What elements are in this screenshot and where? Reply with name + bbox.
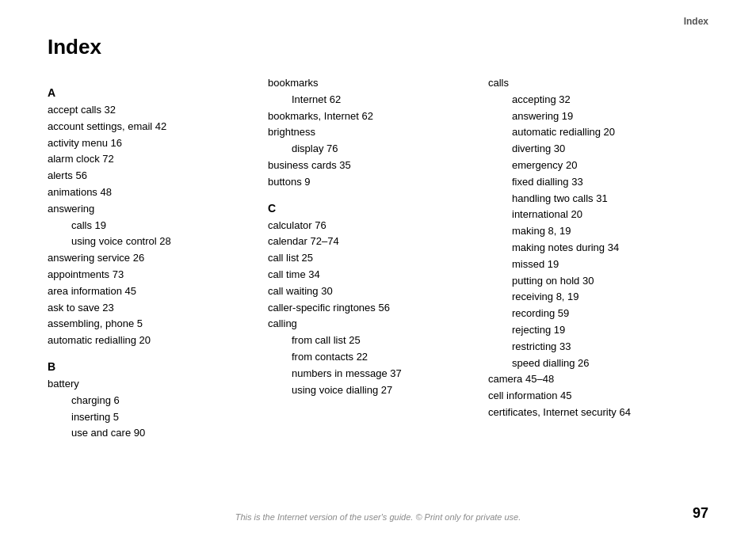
index-entry: business cards 35 <box>268 158 472 174</box>
index-entry: making 8, 19 <box>488 223 693 240</box>
index-entry: making notes during 34 <box>488 240 693 257</box>
index-entry: alerts 56 <box>48 168 252 184</box>
index-entry: receiving 8, 19 <box>488 289 693 306</box>
index-entry: appointments 73 <box>48 267 252 283</box>
index-entry: calls <box>488 75 693 92</box>
index-entry: use and care 90 <box>48 425 252 442</box>
index-entry: recording 59 <box>488 306 693 322</box>
index-entry: automatic redialling 20 <box>48 333 252 349</box>
index-entry: ask to save 23 <box>48 300 252 317</box>
index-entry: rejecting 19 <box>488 322 693 339</box>
index-entry: animations 48 <box>48 184 252 201</box>
index-entry: numbers in message 37 <box>268 366 472 382</box>
index-entry: call waiting 30 <box>268 283 472 300</box>
footer-text: This is the Internet version of the user… <box>0 512 756 522</box>
index-entry: brightness <box>268 124 472 141</box>
index-entry: handling two calls 31 <box>488 191 693 207</box>
index-entry: automatic redialling 20 <box>488 124 693 141</box>
index-entry: calculator 76 <box>268 218 472 234</box>
index-entry: answering service 26 <box>48 250 252 267</box>
index-entry: putting on hold 30 <box>488 273 693 290</box>
index-entry: missed 19 <box>488 257 693 273</box>
section-letter-C: C <box>268 202 472 215</box>
index-entry: using voice dialling 27 <box>268 382 472 399</box>
column-2: callsaccepting 32answering 19automatic r… <box>488 75 708 421</box>
index-entry: diverting 30 <box>488 141 693 158</box>
index-entry: caller-specific ringtones 56 <box>268 300 472 317</box>
column-0: Aaccept calls 32account settings, email … <box>48 75 268 442</box>
index-entry: call time 34 <box>268 267 472 283</box>
index-entry: answering <box>48 201 252 218</box>
index-entry: Internet 62 <box>268 92 472 108</box>
index-entry: from contacts 22 <box>268 349 472 366</box>
index-entry: calendar 72–74 <box>268 234 472 250</box>
index-entry: international 20 <box>488 207 693 223</box>
index-entry: from call list 25 <box>268 333 472 349</box>
index-entry: charging 6 <box>48 393 252 409</box>
index-entry: call list 25 <box>268 250 472 267</box>
index-entry: emergency 20 <box>488 158 693 174</box>
index-entry: alarm clock 72 <box>48 151 252 168</box>
index-entry: assembling, phone 5 <box>48 316 252 333</box>
index-entry: area information 45 <box>48 283 252 300</box>
columns-wrapper: Aaccept calls 32account settings, email … <box>48 75 708 442</box>
page-container: Index Index Aaccept calls 32account sett… <box>0 0 756 536</box>
section-letter-B: B <box>48 360 252 373</box>
index-entry: bookmarks <box>268 75 472 92</box>
index-entry: battery <box>48 376 252 393</box>
index-entry: using voice control 28 <box>48 234 252 250</box>
index-entry: buttons 9 <box>268 174 472 191</box>
column-1: bookmarksInternet 62bookmarks, Internet … <box>268 75 488 398</box>
index-entry: calling <box>268 316 472 333</box>
index-entry: answering 19 <box>488 108 693 125</box>
header-label: Index <box>48 16 708 27</box>
index-entry: account settings, email 42 <box>48 119 252 135</box>
section-letter-A: A <box>48 86 252 99</box>
index-entry: cell information 45 <box>488 388 693 405</box>
index-entry: display 76 <box>268 141 472 158</box>
index-entry: inserting 5 <box>48 409 252 426</box>
index-entry: restricting 33 <box>488 339 693 355</box>
page-number: 97 <box>693 505 708 522</box>
index-entry: bookmarks, Internet 62 <box>268 108 472 125</box>
index-entry: camera 45–48 <box>488 371 693 388</box>
index-entry: calls 19 <box>48 218 252 234</box>
index-entry: accepting 32 <box>488 92 693 108</box>
page-title: Index <box>48 35 708 59</box>
index-entry: certificates, Internet security 64 <box>488 405 693 421</box>
index-entry: activity menu 16 <box>48 135 252 152</box>
index-entry: speed dialling 26 <box>488 355 693 372</box>
index-entry: accept calls 32 <box>48 102 252 119</box>
index-entry: fixed dialling 33 <box>488 174 693 191</box>
